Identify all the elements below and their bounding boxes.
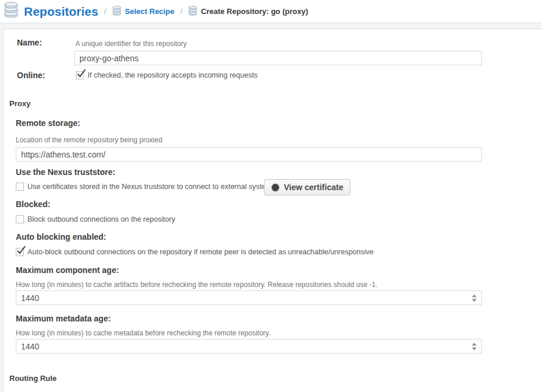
blocked-checkbox-label: Block outbound connections on the reposi…: [27, 215, 175, 223]
name-helper-text: A unique identifier for this repository: [75, 40, 187, 48]
remote-storage-url-input[interactable]: [16, 147, 482, 162]
max-metadata-age-field: [16, 339, 482, 354]
auto-blocking-checkbox-row: Auto-block outbound connections on the r…: [16, 248, 374, 256]
blocked-label: Blocked:: [16, 200, 50, 209]
truststore-label: Use the Nexus truststore:: [16, 167, 115, 177]
repositories-database-icon: [4, 2, 19, 19]
create-repository-database-icon: [188, 6, 197, 16]
checkmark-icon: [77, 69, 86, 79]
blocked-checkbox-row: Block outbound connections on the reposi…: [16, 215, 175, 223]
online-checkbox[interactable]: [76, 71, 84, 79]
auto-blocking-label: Auto blocking enabled:: [16, 232, 106, 242]
checkmark-icon: [16, 246, 26, 256]
view-certificate-button-label: View certificate: [284, 183, 343, 192]
max-metadata-age-helper-text: How long (in minutes) to cache metadata …: [16, 329, 270, 337]
routing-rule-section-title: Routing Rule: [9, 374, 57, 383]
stepper-down-icon[interactable]: [472, 299, 477, 302]
stepper-down-icon[interactable]: [472, 347, 477, 350]
online-label: Online:: [17, 71, 45, 80]
auto-blocking-checkbox[interactable]: [16, 248, 24, 256]
proxy-section-title: Proxy: [9, 99, 30, 108]
breadcrumb-repositories-link[interactable]: Repositories: [24, 5, 98, 19]
max-metadata-age-label: Maximum metadata age:: [16, 314, 111, 323]
view-certificate-button[interactable]: View certificate: [264, 179, 350, 195]
max-component-age-input[interactable]: [16, 290, 482, 305]
stepper-up-icon[interactable]: [472, 342, 477, 345]
breadcrumb-select-recipe-link[interactable]: Select Recipe: [125, 7, 175, 16]
max-component-age-field: [16, 290, 482, 305]
breadcrumb-current-page: Create Repository: go (proxy): [201, 7, 308, 16]
remote-storage-helper-text: Location of the remote repository being …: [16, 136, 162, 144]
breadcrumb-separator: /: [104, 7, 106, 16]
repository-name-input[interactable]: [74, 51, 482, 65]
breadcrumb: Repositories / Select Recipe /: [0, 0, 542, 23]
create-repository-form-panel: Name: A unique identifier for this repos…: [3, 29, 542, 392]
name-label: Name:: [17, 38, 42, 47]
max-metadata-age-input[interactable]: [16, 339, 482, 354]
online-checkbox-label: If checked, the repository accepts incom…: [88, 71, 258, 79]
blocked-checkbox[interactable]: [16, 215, 24, 223]
max-component-age-helper-text: How long (in minutes) to cache artifacts…: [16, 281, 377, 289]
stepper-up-icon[interactable]: [472, 294, 477, 297]
breadcrumb-separator: /: [180, 7, 182, 16]
truststore-checkbox[interactable]: [16, 183, 24, 191]
remote-storage-label: Remote storage:: [16, 118, 80, 128]
certificate-seal-icon: [271, 183, 280, 192]
truststore-checkbox-label: Use certificates stored in the Nexus tru…: [27, 183, 276, 191]
number-stepper[interactable]: [472, 294, 477, 302]
max-component-age-label: Maximum component age:: [16, 265, 119, 275]
auto-blocking-checkbox-label: Auto-block outbound connections on the r…: [27, 248, 374, 256]
number-stepper[interactable]: [472, 342, 477, 350]
select-recipe-database-icon: [112, 6, 121, 16]
truststore-checkbox-row: Use certificates stored in the Nexus tru…: [16, 183, 276, 191]
online-checkbox-row: If checked, the repository accepts incom…: [76, 71, 258, 79]
